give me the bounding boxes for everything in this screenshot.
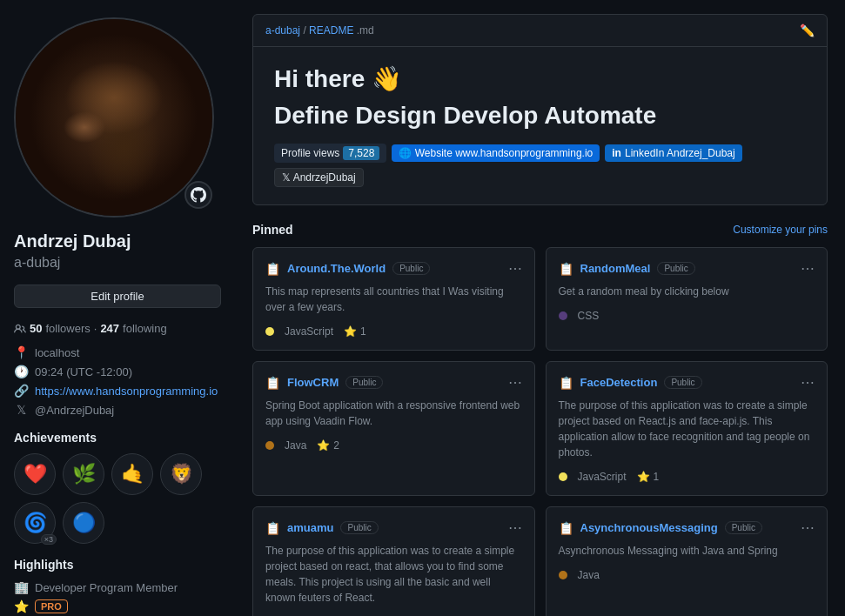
pin-card-header-2: 📋 FlowCRM Public ⋯: [265, 374, 522, 391]
website-badge[interactable]: 🌐 Website www.handsonprogramming.io: [392, 144, 600, 162]
achievement-blue2[interactable]: 🔵: [63, 502, 104, 544]
pro-badge: PRO: [35, 599, 68, 613]
readme-path: a-dubaj / README .md: [265, 24, 374, 37]
achievements-title: Achievements: [14, 431, 221, 445]
pin-more-btn-3[interactable]: ⋯: [801, 374, 815, 391]
lang-label-2: Java: [285, 439, 306, 452]
profile-name: Andrzej Dubaj: [14, 231, 221, 251]
pin-more-btn-2[interactable]: ⋯: [508, 374, 522, 391]
pin-card-2: 📋 FlowCRM Public ⋯ Spring Boot applicati…: [252, 361, 535, 496]
following-count[interactable]: 247: [100, 322, 119, 335]
pin-card-4: 📋 amuamu Public ⋯ The purpose of this ap…: [252, 506, 535, 616]
pin-card-header-5: 📋 AsynchronousMessaging Public ⋯: [559, 519, 815, 536]
pin-footer-1: CSS: [559, 310, 815, 322]
pin-card-header-3: 📋 FaceDetection Public ⋯: [559, 374, 815, 391]
repo-name-2[interactable]: FlowCRM: [287, 376, 339, 389]
achievement-plant[interactable]: 🌿: [63, 453, 104, 495]
repo-name-0[interactable]: Around.The.World: [287, 262, 386, 275]
lang-dot-2: [265, 441, 274, 450]
readme-path-file[interactable]: README: [309, 24, 353, 37]
readme-header: a-dubaj / README .md ✏️: [253, 15, 827, 47]
pin-title-row-3: 📋 FaceDetection Public: [559, 376, 702, 390]
greeting-text: Hi there 👋: [274, 64, 806, 93]
readme-path-user[interactable]: a-dubaj: [265, 24, 300, 37]
star-icon: ⭐: [14, 599, 28, 613]
pinned-title: Pinned: [252, 223, 293, 237]
achievement-yolo[interactable]: 🤙: [111, 453, 153, 495]
lang-dot-0: [265, 327, 274, 336]
pin-card-header-4: 📋 amuamu Public ⋯: [265, 519, 522, 536]
repo-name-5[interactable]: AsynchronousMessaging: [580, 521, 718, 534]
pin-more-btn-1[interactable]: ⋯: [801, 260, 815, 277]
pin-card-header-0: 📋 Around.The.World Public ⋯: [265, 260, 522, 277]
followers-count[interactable]: 50: [30, 322, 42, 335]
pin-desc-3: The purpose of this application was to c…: [559, 398, 815, 460]
tagline-text: Define Design Develop Automate: [274, 102, 806, 130]
edit-readme-icon[interactable]: ✏️: [800, 23, 815, 37]
twitter-handle: @AndrzejDubaj: [35, 404, 114, 417]
pin-desc-4: The purpose of this application was to c…: [265, 543, 522, 606]
customize-pins-link[interactable]: Customize your pins: [733, 224, 828, 236]
pin-desc-2: Spring Boot application with a responsiv…: [265, 398, 522, 429]
pin-title-row-2: 📋 FlowCRM Public: [265, 376, 383, 390]
pin-card-3: 📋 FaceDetection Public ⋯ The purpose of …: [546, 361, 828, 496]
pin-card-1: 📋 RandomMeal Public ⋯ Get a random meal …: [546, 247, 828, 351]
pin-more-btn-5[interactable]: ⋯: [801, 519, 815, 536]
twitter-badge[interactable]: 𝕏 AndrzejDubaj: [274, 168, 364, 187]
pin-more-btn-4[interactable]: ⋯: [508, 519, 522, 536]
twitter-item[interactable]: 𝕏 @AndrzejDubaj: [14, 403, 221, 417]
lang-label-5: Java: [578, 569, 600, 581]
pinned-grid: 📋 Around.The.World Public ⋯ This map rep…: [252, 247, 828, 616]
pin-more-btn-0[interactable]: ⋯: [508, 260, 522, 277]
visibility-0: Public: [392, 262, 430, 275]
pin-title-row-5: 📋 AsynchronousMessaging Public: [559, 521, 762, 535]
highlights-section: Highlights 🏢 Developer Program Member ⭐ …: [14, 558, 221, 613]
views-count: 7,528: [343, 146, 379, 160]
main-content: a-dubaj / README .md ✏️ Hi there 👋 Defin…: [235, 0, 845, 616]
profile-meta: 📍 localhost 🕐 09:24 (UTC -12:00) 🔗 https…: [14, 345, 221, 417]
building-icon: 🏢: [14, 580, 28, 594]
location-icon: 📍: [14, 345, 28, 359]
pin-footer-0: JavaScript ⭐ 1: [265, 325, 522, 338]
star-count-3: ⭐ 1: [637, 471, 660, 483]
repo-icon-2: 📋: [265, 376, 280, 390]
star-count-2: ⭐ 2: [317, 439, 339, 452]
website-item[interactable]: 🔗 https://www.handsonprogramming.io: [14, 384, 221, 398]
website-link[interactable]: https://www.handsonprogramming.io: [35, 385, 218, 398]
pin-card-5: 📋 AsynchronousMessaging Public ⋯ Asynchr…: [546, 506, 828, 616]
readme-path-ext: .md: [357, 24, 374, 37]
dev-program-label: Developer Program Member: [35, 581, 178, 594]
location-text: localhost: [35, 346, 79, 359]
achievement-heart[interactable]: ❤️: [14, 453, 56, 495]
readme-card: a-dubaj / README .md ✏️ Hi there 👋 Defin…: [252, 14, 828, 205]
achievement-king[interactable]: 🦁: [160, 453, 202, 495]
achievement-blue1[interactable]: 🌀×3: [14, 502, 56, 544]
repo-name-4[interactable]: amuamu: [287, 521, 333, 534]
pin-footer-3: JavaScript ⭐ 1: [559, 471, 815, 483]
lang-dot-3: [559, 472, 567, 481]
repo-name-1[interactable]: RandomMeal: [580, 262, 651, 275]
avatar: [14, 17, 214, 218]
visibility-3: Public: [664, 376, 701, 389]
star-count-0: ⭐ 1: [344, 325, 366, 338]
pin-footer-2: Java ⭐ 2: [265, 439, 522, 452]
highlight-pro: ⭐ PRO: [14, 599, 221, 613]
edit-profile-button[interactable]: Edit profile: [14, 285, 221, 308]
visibility-2: Public: [345, 376, 383, 389]
linkedin-badge[interactable]: in LinkedIn Andrzej_Dubaj: [605, 144, 741, 162]
clock-icon: 🕐: [14, 365, 28, 378]
pin-title-row-0: 📋 Around.The.World Public: [265, 262, 430, 276]
repo-icon-1: 📋: [559, 262, 573, 276]
lang-dot-1: [559, 311, 567, 320]
time-item: 🕐 09:24 (UTC -12:00): [14, 365, 221, 378]
pin-card-header-1: 📋 RandomMeal Public ⋯: [559, 260, 815, 277]
pin-desc-5: Asynchronous Messaging with Java and Spr…: [559, 543, 815, 559]
link-icon: 🔗: [14, 384, 28, 398]
achievement-x3-badge: ×3: [41, 534, 57, 545]
time-text: 09:24 (UTC -12:00): [35, 365, 132, 378]
pinned-header: Pinned Customize your pins: [252, 223, 828, 237]
pin-card-0: 📋 Around.The.World Public ⋯ This map rep…: [252, 247, 535, 351]
highlight-dev-program: 🏢 Developer Program Member: [14, 580, 221, 594]
achievements-grid: ❤️ 🌿 🤙 🦁 🌀×3 🔵: [14, 453, 221, 544]
repo-name-3[interactable]: FaceDetection: [580, 376, 658, 389]
